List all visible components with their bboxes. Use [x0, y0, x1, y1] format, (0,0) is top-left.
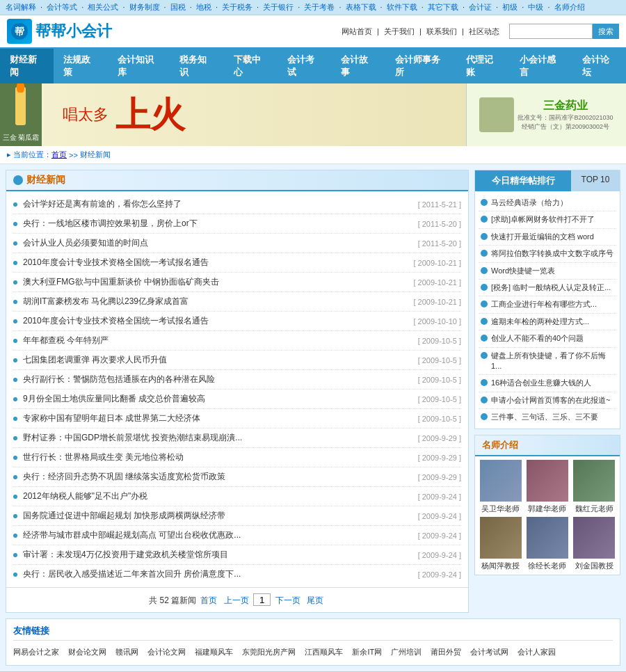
mainnav-item-6[interactable]: 会计故事: [331, 49, 385, 83]
news-link-3[interactable]: 2010年度会计专业技术资格全国统一考试报名通告: [23, 257, 407, 269]
top10-tab[interactable]: TOP 10: [571, 170, 620, 191]
hot-link-12[interactable]: 三件事、三句话、三乐、三不要: [491, 412, 598, 422]
search-input[interactable]: [509, 24, 593, 39]
hot-link-0[interactable]: 马云经典语录（给力）: [491, 198, 568, 208]
mainnav-item-1[interactable]: 法规政策: [54, 49, 107, 83]
hot-posts-box: 今日精华帖排行 TOP 10 马云经典语录（给力） [求助]卓帐网财务软件打不开…: [474, 170, 620, 429]
news-link-13[interactable]: 世行行长：世界格局或生变 美元地位将松动: [23, 451, 411, 463]
topnav-link-2[interactable]: 相关公式: [88, 3, 118, 11]
hot-link-4[interactable]: Word快捷键一览表: [491, 266, 555, 276]
news-link-16[interactable]: 国务院通过促进中部崛起规划 加快形成两横两纵经济带: [23, 510, 411, 522]
section-icon: [13, 175, 23, 185]
mainnav-item-3[interactable]: 税务知识: [170, 49, 223, 83]
news-link-10[interactable]: 9月份全国土地供应量同比翻番 成交总价普遍较高: [23, 393, 411, 405]
topnav-link-1[interactable]: 会计等式: [47, 3, 77, 11]
hot-item: 快速打开最近编辑的文档 word: [479, 229, 616, 246]
topnav-link-12[interactable]: 会计证: [469, 3, 492, 11]
topnav-link-3[interactable]: 财务制度: [129, 3, 160, 11]
header-link-home[interactable]: 网站首页: [342, 27, 372, 35]
news-dot: [13, 319, 17, 323]
mainnav-item-7[interactable]: 会计师事务所: [385, 49, 456, 83]
topnav-link-10[interactable]: 软件下载: [387, 3, 417, 11]
mainnav-item-0[interactable]: 财经新闻: [0, 49, 54, 83]
pagination: 共 52 篇新闻 首页 上一页 下一页 尾页: [6, 587, 468, 612]
friends-link-1[interactable]: 财会论文网: [68, 648, 106, 656]
mainnav-item-4[interactable]: 下载中心: [224, 49, 278, 83]
news-list: 会计学好还是离有前途的，看你怎么坚持了 [ 2011-5-21 ] 央行：一线地…: [6, 191, 468, 587]
hot-link-10[interactable]: 16种适合创业生意赚大钱的人: [491, 378, 591, 388]
friends-link-4[interactable]: 福建顺风车: [195, 648, 233, 656]
friends-link-8[interactable]: 广州培训: [391, 648, 422, 656]
hot-link-3[interactable]: 将阿拉伯数字转换成中文数字或序号: [491, 248, 613, 259]
friends-title: 友情链接: [13, 625, 613, 641]
search-button[interactable]: 搜索: [593, 24, 619, 39]
topnav-link-13[interactable]: 初级: [502, 3, 517, 11]
news-dot: [13, 456, 17, 460]
news-link-7[interactable]: 年年都查税 今年特别严: [23, 335, 411, 346]
hot-tab[interactable]: 今日精华帖排行: [475, 170, 571, 191]
hot-dot: [481, 397, 488, 403]
friends-link-0[interactable]: 网易会计之家: [13, 648, 59, 656]
topnav-link-9[interactable]: 表格下载: [346, 3, 376, 11]
friends-link-2[interactable]: 赣讯网: [115, 648, 138, 656]
news-link-1[interactable]: 央行：一线地区楼市调控效果初显，房价上or下: [23, 218, 411, 230]
friends-link-10[interactable]: 会计考试网: [470, 648, 508, 656]
news-dot: [13, 514, 17, 518]
topnav-link-5[interactable]: 地税: [196, 3, 211, 11]
header-link-community[interactable]: 社区动态: [469, 27, 499, 35]
news-link-4[interactable]: 澳大利亚FMG欲与中国重新谈价 中钢协面临矿商夹击: [23, 276, 407, 288]
hot-link-2[interactable]: 快速打开最近编辑的文档 word: [491, 232, 594, 242]
hot-link-9[interactable]: 键盘上所有快捷键，看了你不后悔1...: [491, 351, 614, 372]
teacher-photo-1: [527, 460, 568, 502]
topnav-link-0[interactable]: 名词解释: [6, 3, 36, 11]
pagination-first[interactable]: 首页: [200, 595, 217, 605]
friends-link-3[interactable]: 会计论文网: [147, 648, 186, 656]
mainnav-item-10[interactable]: 会计论坛: [572, 49, 626, 83]
page-input[interactable]: [253, 593, 271, 606]
news-link-14[interactable]: 央行：经济回升态势不巩固 继续落实适度宽松货币政策: [23, 471, 411, 483]
topnav-link-15[interactable]: 名师介绍: [554, 3, 585, 11]
pagination-prev[interactable]: 上一页: [224, 595, 249, 605]
breadcrumb-home[interactable]: 首页: [51, 150, 67, 160]
news-link-5[interactable]: 胡润IT富豪榜发布 马化腾以239亿身家成首富: [23, 296, 407, 307]
hot-link-11[interactable]: 申请小会计网首页博客的在此报道~: [491, 395, 610, 406]
news-link-19[interactable]: 央行：居民收入感受描述近二年来首次回升 房价满意度下...: [23, 568, 411, 580]
hot-link-6[interactable]: 工商企业进行年检有哪些方式...: [491, 299, 597, 310]
news-link-9[interactable]: 央行副行长：警惕防范包括通脹在内的各种潜在风险: [23, 374, 411, 385]
topnav-link-8[interactable]: 关于考卷: [304, 3, 335, 11]
topnav-link-4[interactable]: 国税: [170, 3, 186, 11]
topnav-link-7[interactable]: 关于银行: [263, 3, 294, 11]
topnav-link-11[interactable]: 其它下载: [428, 3, 458, 11]
mainnav-item-9[interactable]: 小会计感言: [510, 49, 572, 83]
mainnav-item-5[interactable]: 会计考试: [278, 49, 331, 83]
mainnav-item-2[interactable]: 会计知识库: [108, 49, 170, 83]
friends-link-7[interactable]: 新余IT网: [352, 648, 382, 656]
news-link-12[interactable]: 野村证券：中国GDP增长前景堪忧 投资热潮结束易现崩潰...: [23, 432, 411, 444]
topnav-link-14[interactable]: 中级: [528, 3, 543, 11]
news-link-17[interactable]: 经济带与城市群成中部崛起规划高点 可望出台税收优惠政...: [23, 529, 411, 541]
news-link-2[interactable]: 会计从业人员必须要知道的时间点: [23, 237, 411, 249]
news-link-0[interactable]: 会计学好还是离有前途的，看你怎么坚持了: [23, 198, 411, 210]
friends-link-6[interactable]: 江西顺风车: [305, 648, 343, 656]
pagination-last[interactable]: 尾页: [307, 595, 323, 605]
friends-link-11[interactable]: 会计人家园: [517, 648, 556, 656]
news-link-8[interactable]: 七国集团老调重弹 再次要求人民币升值: [23, 354, 411, 366]
friends-link-9[interactable]: 莆田外贸: [431, 648, 461, 656]
mainnav-item-8[interactable]: 代理记账: [456, 49, 510, 83]
hot-link-1[interactable]: [求助]卓帐网财务软件打不开了: [491, 214, 595, 225]
header-link-contact[interactable]: 联系我们: [426, 27, 457, 35]
news-item: 国务院通过促进中部崛起规划 加快形成两横两纵经济带 [ 2009-9-24 ]: [13, 506, 461, 526]
topnav-link-6[interactable]: 关于税务: [222, 3, 252, 11]
hot-item: [税务] 临时一般纳税人认定及转正...: [479, 280, 616, 296]
pagination-next[interactable]: 下一页: [275, 595, 300, 605]
news-link-11[interactable]: 专家称中国有望明年超日本 成世界第二大经济体: [23, 413, 411, 424]
hot-link-5[interactable]: [税务] 临时一般纳税人认定及转正...: [491, 282, 611, 293]
hot-link-8[interactable]: 创业人不能不看的40个问题: [491, 333, 584, 344]
news-link-6[interactable]: 2010年度会计专业技术资格全国统一考试报名通告: [23, 315, 407, 327]
hot-link-7[interactable]: 逾期未年检的两种处理方式...: [491, 317, 589, 327]
news-link-15[interactable]: 2012年纳税人能够"足不出户"办税: [23, 490, 411, 502]
teacher-item: 刘金国教授: [572, 517, 616, 571]
friends-link-5[interactable]: 东莞阳光房产网: [242, 648, 296, 656]
header-link-about[interactable]: 关于我们: [384, 27, 415, 35]
news-link-18[interactable]: 审计署：未发现4万亿投资用于建党政机关楼堂馆所项目: [23, 549, 411, 561]
